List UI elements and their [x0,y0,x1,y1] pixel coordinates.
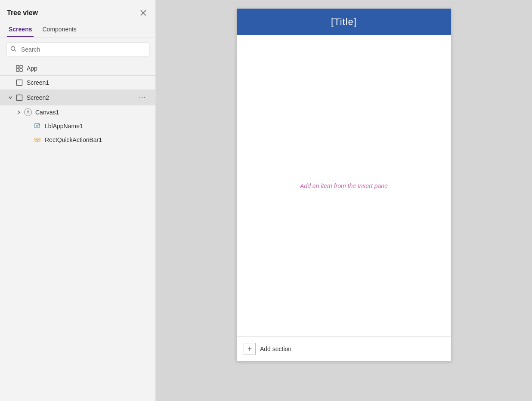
svg-rect-7 [35,123,39,128]
canvas-body: Add an item from the Insert pane [237,35,451,336]
svg-rect-1 [16,65,19,68]
tree-item-rectquickactionbar1[interactable]: RectQuickActionBar1 [0,133,155,147]
add-section-plus-icon: + [244,343,256,355]
tree-item-canvas1-label: Canvas1 [35,109,148,116]
expand-placeholder-2 [7,79,14,86]
tab-screens[interactable]: Screens [7,22,34,37]
lblappname1-expand-placeholder [25,123,32,130]
screen2-expand-arrow[interactable] [7,94,14,101]
tree-item-screen2[interactable]: Screen2 ··· [0,90,155,105]
app-icon [15,65,23,72]
screen2-more-button[interactable]: ··· [136,93,148,102]
tab-components[interactable]: Components [40,22,78,37]
close-button[interactable] [138,8,148,18]
close-icon [140,9,147,16]
svg-rect-3 [16,69,19,71]
tree-item-app-label: App [27,65,148,72]
svg-rect-6 [17,95,22,101]
screen2-icon [15,94,23,102]
svg-rect-4 [20,69,22,71]
canvas-wrapper: [Title] Add an item from the Insert pane… [237,9,451,361]
search-box [6,43,149,56]
canvas1-expand-arrow[interactable] [15,109,22,116]
tree-item-canvas1[interactable]: ? Canvas1 [0,105,155,119]
sidebar-header: Tree view [0,0,155,22]
tabs-row: Screens Components [0,22,155,37]
tree-item-lblappname1[interactable]: LblAppName1 [0,119,155,133]
tree-item-lblappname1-label: LblAppName1 [45,123,148,130]
sidebar-title: Tree view [7,9,38,17]
add-section-label: Add section [260,345,291,352]
search-input[interactable] [6,43,149,56]
canvas1-icon: ? [24,108,32,116]
canvas-title-bar: [Title] [237,9,451,35]
add-section-bar[interactable]: + Add section [237,336,451,361]
main-canvas-area: [Title] Add an item from the Insert pane… [156,0,532,401]
sidebar: Tree view Screens Components [0,0,156,401]
tree-item-app[interactable]: App [0,62,155,75]
screen1-icon [15,79,23,86]
tree-list: App Screen1 [0,62,155,401]
lblappname1-icon [34,122,41,130]
tree-item-screen1-label: Screen1 [27,79,148,86]
svg-rect-2 [20,65,22,68]
rect-expand-placeholder [25,136,32,143]
tree-item-screen1[interactable]: Screen1 [0,76,155,89]
tree-item-screen2-label: Screen2 [27,94,136,101]
svg-rect-5 [17,80,22,86]
rectquickactionbar1-icon [34,136,41,144]
canvas-hint: Add an item from the Insert pane [300,182,388,189]
expand-placeholder [7,65,14,72]
canvas-frame: [Title] Add an item from the Insert pane… [237,9,451,361]
tree-item-rectquickactionbar1-label: RectQuickActionBar1 [45,136,148,143]
